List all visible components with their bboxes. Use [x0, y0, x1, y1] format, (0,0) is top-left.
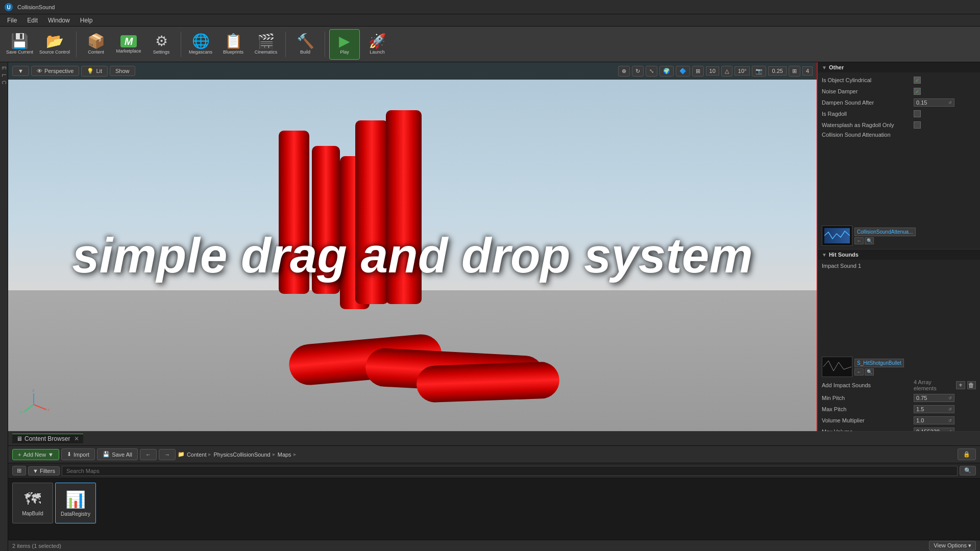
impact-sound-asset: S_HitShotgunBullet ← 🔍 — [822, 357, 904, 377]
app-icon: U — [4, 3, 13, 12]
content-button[interactable]: 📦 Content — [81, 29, 111, 60]
build-button[interactable]: 🔨 Build — [290, 29, 321, 60]
vp-scale-btn[interactable]: ⤡ — [646, 66, 657, 77]
nav-back-btn[interactable]: ← — [140, 449, 157, 460]
volume-multiplier-label: Volume Multiplier — [822, 417, 914, 423]
content-label: Content — [88, 49, 104, 55]
is-object-cylindrical-checkbox[interactable] — [914, 77, 921, 84]
toolbar: 💾 Save Current 📂 Source Control 📦 Conten… — [0, 27, 980, 62]
content-browser-tab[interactable]: 🖥 Content Browser ✕ — [12, 434, 83, 443]
prop-add-impact-sounds: Add Impact Sounds 4 Array elements + 🗑 — [818, 378, 980, 392]
save-all-button[interactable]: 💾 Save All — [97, 448, 138, 460]
coordinate-indicator: X Y Z — [18, 389, 49, 421]
viewport-scene[interactable]: simple drag and drop system X Y Z — [8, 80, 817, 431]
other-section-label: Other — [829, 64, 844, 70]
play-button[interactable]: ▶ Play — [329, 29, 360, 60]
watersplash-checkbox[interactable] — [914, 121, 921, 129]
viewport[interactable]: ▼ 👁 Perspective 💡 Lit Show ⊕ — [8, 62, 817, 431]
other-section: ▼ Other Is Object Cylindrical Noise Damp… — [818, 62, 980, 249]
impact-sound-back-btn[interactable]: ← — [854, 368, 864, 375]
menu-bar: File Edit Window Help — [0, 14, 980, 27]
left-panel-btn-1[interactable]: E — [1, 66, 7, 70]
blueprints-button[interactable]: 📋 Blueprints — [218, 29, 249, 60]
svg-text:Z: Z — [32, 389, 35, 393]
cinematics-icon: 🎬 — [257, 34, 275, 48]
left-panel-btn-3[interactable]: C — [1, 81, 7, 84]
prop-max-pitch: Max Pitch 1.5 ↺ — [818, 404, 980, 415]
is-ragdoll-checkbox[interactable] — [914, 110, 921, 117]
dampen-reset-btn[interactable]: ↺ — [948, 101, 952, 105]
vol-mult-reset[interactable]: ↺ — [948, 418, 952, 423]
max-pitch-reset[interactable]: ↺ — [948, 407, 952, 412]
other-section-header[interactable]: ▼ Other — [818, 62, 980, 72]
marketplace-icon: M — [120, 35, 137, 47]
min-pitch-val: 0.75 — [916, 395, 927, 401]
vp-world-btn[interactable]: 🌍 — [659, 66, 674, 77]
vp-translate-btn[interactable]: ⊕ — [618, 66, 630, 77]
vp-angle-icon[interactable]: △ — [721, 66, 732, 77]
right-panel: ▼ Other Is Object Cylindrical Noise Damp… — [817, 62, 980, 431]
min-pitch-input[interactable]: 0.75 ↺ — [914, 394, 954, 402]
perspective-button[interactable]: 👁 Perspective — [31, 66, 79, 76]
collision-attenuation-label: Collision Sound Attenuation — [822, 132, 891, 223]
menu-help[interactable]: Help — [75, 16, 98, 25]
source-control-button[interactable]: 📂 Source Control — [37, 29, 72, 60]
lock-btn[interactable]: 🔒 — [958, 448, 976, 460]
viewport-mode-dropdown[interactable]: ▼ — [12, 66, 29, 76]
left-panel-btn-2[interactable]: L — [1, 74, 7, 77]
collision-attenuation-back-btn[interactable]: ← — [854, 237, 864, 244]
menu-file[interactable]: File — [2, 16, 22, 25]
hit-sounds-header[interactable]: ▼ Hit Sounds — [818, 249, 980, 260]
play-label: Play — [340, 49, 349, 55]
save-current-button[interactable]: 💾 Save Current — [4, 29, 35, 60]
add-impact-add-btn[interactable]: + — [956, 381, 965, 389]
vp-rotate-btn[interactable]: ↻ — [632, 66, 644, 77]
breadcrumb-physics[interactable]: PhysicsCollisionSound — [213, 452, 270, 458]
breadcrumb-content[interactable]: Content — [187, 452, 207, 458]
min-pitch-reset[interactable]: ↺ — [948, 396, 952, 400]
max-volume-input[interactable]: 0.155238 ↺ — [914, 428, 954, 431]
vp-camera-btn[interactable]: 📷 — [752, 66, 766, 77]
dampen-sound-after-input[interactable]: 0.15 ↺ — [914, 98, 954, 107]
dampen-sound-after-label: Dampen Sound After — [822, 99, 914, 106]
asset-data-registry[interactable]: 📊 DataRegistry — [55, 483, 96, 523]
asset-map-build[interactable]: 🗺 MapBuild — [12, 483, 53, 523]
noise-damper-checkbox[interactable] — [914, 88, 921, 95]
settings-button[interactable]: ⚙ Settings — [146, 29, 177, 60]
search-input[interactable] — [62, 466, 958, 476]
filters-btn[interactable]: ▼ Filters — [28, 466, 60, 475]
breadcrumb-maps[interactable]: Maps — [278, 452, 291, 458]
menu-edit[interactable]: Edit — [22, 16, 43, 25]
content-browser-content: 🗺 MapBuild 📊 DataRegistry — [8, 479, 980, 540]
add-impact-remove-btn[interactable]: 🗑 — [967, 381, 976, 389]
vp-layout-btn[interactable]: ⊞ — [789, 66, 800, 77]
lit-button[interactable]: 💡 Lit — [81, 66, 108, 77]
megascans-button[interactable]: 🌐 Megascans — [185, 29, 216, 60]
filter-options-btn[interactable]: ⊞ — [12, 466, 26, 475]
max-pitch-input[interactable]: 1.5 ↺ — [914, 405, 954, 413]
play-icon: ▶ — [339, 34, 350, 48]
marketplace-button[interactable]: M Marketplace — [113, 29, 144, 60]
vp-grid-btn[interactable]: ⊞ — [692, 66, 704, 77]
noise-damper-value — [914, 88, 976, 95]
volume-multiplier-val: 1.0 — [916, 417, 924, 423]
vp-surface-btn[interactable]: 🔷 — [676, 66, 690, 77]
menu-window[interactable]: Window — [43, 16, 75, 25]
collision-attenuation-search-btn[interactable]: 🔍 — [865, 237, 874, 244]
content-browser-tab-close[interactable]: ✕ — [74, 435, 79, 442]
collision-attenuation-name: CollisionSoundAttenua... — [854, 228, 916, 236]
save-current-label: Save Current — [6, 49, 33, 55]
add-impact-count: 4 Array elements — [914, 379, 954, 391]
separator-3 — [285, 32, 286, 57]
add-new-button[interactable]: + Add New ▼ — [12, 449, 59, 460]
prop-is-object-cylindrical: Is Object Cylindrical — [818, 74, 980, 86]
show-button[interactable]: Show — [110, 66, 135, 76]
view-options-btn[interactable]: View Options ▾ — [929, 541, 976, 550]
cinematics-button[interactable]: 🎬 Cinematics — [251, 29, 281, 60]
impact-sound-search-btn[interactable]: 🔍 — [865, 368, 874, 375]
volume-multiplier-input[interactable]: 1.0 ↺ — [914, 416, 954, 424]
import-button[interactable]: ⬇ Import — [61, 448, 95, 460]
search-btn[interactable]: 🔍 — [960, 466, 976, 475]
launch-button[interactable]: 🚀 Launch — [362, 29, 393, 60]
nav-forward-btn[interactable]: → — [159, 449, 176, 460]
